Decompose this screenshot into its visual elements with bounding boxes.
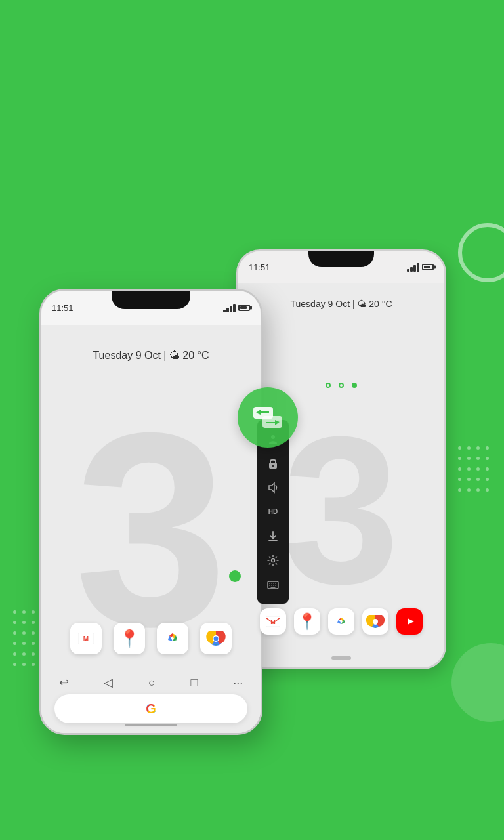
app-icon-chrome-front[interactable]: [200, 623, 232, 654]
toolbar-lock-icon[interactable]: [264, 454, 282, 472]
svg-text:M: M: [270, 619, 276, 625]
phone-back-swipe-bar: [331, 656, 351, 660]
toolbar-volume-icon[interactable]: [264, 478, 282, 497]
phone-back-time: 11:51: [249, 262, 270, 272]
svg-marker-19: [269, 483, 274, 492]
phone-front-notch: [112, 291, 190, 309]
phone-front: 11:51 Tuesday 9 Oct | 🌤 20 °C 3: [39, 289, 262, 735]
nav-recents-square[interactable]: □: [191, 676, 198, 690]
app-icon-gmail-back[interactable]: M: [260, 608, 286, 635]
phone-back-app-icons: M 📍: [238, 608, 444, 635]
phone-back-bg-number: 3: [283, 405, 400, 615]
phone-back-notch: [308, 251, 374, 267]
phone-back-dots: [326, 383, 357, 388]
app-icon-youtube-back[interactable]: [396, 608, 423, 635]
phone-front-status-icons: [223, 304, 250, 312]
nav-dots[interactable]: ···: [233, 676, 243, 690]
toolbar-keyboard-icon[interactable]: [264, 576, 282, 594]
nav-home-circle[interactable]: ○: [148, 676, 156, 690]
phones-container: 11:51 Tuesday 9 Oct | 🌤 20 °C: [0, 210, 504, 801]
phone-front-screen: 11:51 Tuesday 9 Oct | 🌤 20 °C 3: [41, 291, 261, 733]
battery-icon-front: [238, 304, 250, 311]
app-icon-photos-back[interactable]: [328, 608, 354, 635]
svg-point-18: [272, 465, 274, 467]
phone-front-google-bar[interactable]: G: [54, 694, 247, 723]
signal-bars-back: [407, 263, 419, 272]
phone-back-status-icons: [407, 263, 434, 272]
app-icon-chrome-back[interactable]: [362, 608, 388, 635]
app-icon-maps-front[interactable]: 📍: [114, 623, 145, 654]
phone-front-time: 11:51: [52, 303, 74, 313]
toolbar-settings-icon[interactable]: [264, 551, 282, 570]
toolbar-download-icon[interactable]: [264, 527, 282, 545]
app-icon-maps-back[interactable]: 📍: [294, 608, 320, 635]
svg-point-21: [272, 559, 275, 562]
phone-front-date: Tuesday 9 Oct | 🌤 20 °C: [93, 350, 209, 362]
switch-arrows-icon: [251, 404, 285, 430]
switch-icon-circle[interactable]: [238, 387, 298, 448]
control-toolbar: HD: [257, 420, 289, 604]
app-icon-gmail-front[interactable]: M: [70, 623, 102, 654]
battery-icon-back: [422, 264, 434, 270]
phone-back-date: Tuesday 9 Oct | 🌤 20 °C: [291, 299, 392, 309]
phone-front-app-icons: M 📍: [41, 623, 261, 654]
phone-front-green-dot: [229, 570, 241, 582]
app-icon-photos-front[interactable]: [157, 623, 188, 654]
phone-front-nav-bar: ↩ ◁ ○ □ ···: [41, 668, 261, 697]
google-g-icon: G: [146, 702, 156, 717]
nav-back-icon[interactable]: ↩: [59, 675, 69, 690]
signal-bars-front: [223, 304, 236, 312]
nav-home-triangle[interactable]: ◁: [104, 675, 113, 690]
svg-point-6: [373, 619, 378, 624]
svg-point-13: [214, 637, 219, 641]
phone-front-swipe-bar: [125, 724, 177, 726]
toolbar-hd-icon[interactable]: HD: [264, 503, 282, 521]
svg-text:M: M: [83, 635, 89, 642]
